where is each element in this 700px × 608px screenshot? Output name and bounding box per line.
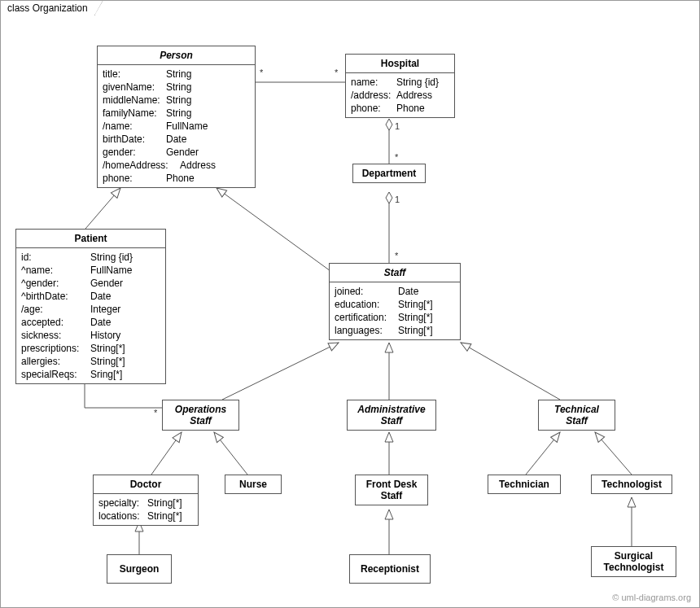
mult: 1 — [395, 121, 400, 131]
class-title: Hospital — [346, 55, 454, 73]
class-title: Surgical Technologist — [592, 547, 676, 576]
class-surgical-technologist: Surgical Technologist — [591, 546, 676, 577]
class-patient: Patient id:String {id} ^name:FullName ^g… — [15, 229, 166, 384]
class-receptionist: Receptionist — [349, 554, 431, 584]
class-staff: Staff joined:Date education:String[*] ce… — [329, 263, 461, 340]
class-department: Department — [352, 164, 426, 183]
watermark: © uml-diagrams.org — [612, 593, 691, 602]
mult: * — [395, 152, 398, 162]
class-title: Technical Staff — [539, 400, 615, 430]
svg-line-12 — [595, 432, 632, 475]
svg-line-5 — [222, 343, 339, 400]
class-hospital: Hospital name:String {id} /address:Addre… — [345, 54, 455, 118]
class-title: Nurse — [225, 475, 281, 493]
class-attrs: specialty:String[*] locations:String[*] — [94, 494, 198, 525]
class-title: Operations Staff — [163, 400, 238, 430]
class-person: Person title:String givenName:String mid… — [97, 46, 256, 188]
class-title: Department — [353, 164, 425, 182]
frame-title-text: class Organization — [7, 2, 88, 14]
class-technician: Technician — [488, 475, 561, 494]
mult: * — [154, 408, 157, 418]
class-tech-staff: Technical Staff — [538, 400, 615, 431]
diagram-canvas: class Organization — [0, 0, 700, 608]
class-title: Patient — [16, 230, 165, 248]
class-title: Technologist — [592, 475, 672, 493]
class-admin-staff: Administrative Staff — [347, 400, 436, 431]
class-title: Doctor — [94, 475, 198, 494]
class-title: Surgeon — [107, 555, 171, 583]
svg-line-9 — [214, 432, 247, 475]
mult: * — [395, 251, 398, 260]
class-technologist: Technologist — [591, 475, 672, 494]
class-attrs: name:String {id} /address:Address phone:… — [346, 73, 454, 117]
class-title: Receptionist — [350, 555, 430, 583]
class-title: Administrative Staff — [348, 400, 435, 430]
frame-title: class Organization — [0, 0, 95, 15]
class-attrs: joined:Date education:String[*] certific… — [330, 282, 460, 339]
class-title: Staff — [330, 264, 460, 282]
svg-line-1 — [85, 188, 120, 229]
class-title: Technician — [488, 475, 560, 493]
class-attrs: id:String {id} ^name:FullName ^gender:Ge… — [16, 248, 165, 383]
class-surgeon: Surgeon — [107, 554, 172, 584]
class-title: Person — [98, 46, 255, 65]
svg-line-2 — [217, 188, 339, 278]
class-nurse: Nurse — [225, 475, 282, 494]
mult: 1 — [395, 195, 400, 204]
svg-line-7 — [461, 343, 560, 400]
mult: * — [260, 68, 263, 77]
class-operations-staff: Operations Staff — [162, 400, 239, 431]
svg-line-8 — [151, 432, 182, 475]
mult: * — [335, 68, 338, 77]
class-attrs: title:String givenName:String middleName… — [98, 65, 255, 187]
class-doctor: Doctor specialty:String[*] locations:Str… — [93, 475, 199, 526]
class-title: Front Desk Staff — [356, 475, 427, 505]
class-frontdesk: Front Desk Staff — [355, 475, 428, 505]
svg-line-11 — [526, 432, 560, 475]
